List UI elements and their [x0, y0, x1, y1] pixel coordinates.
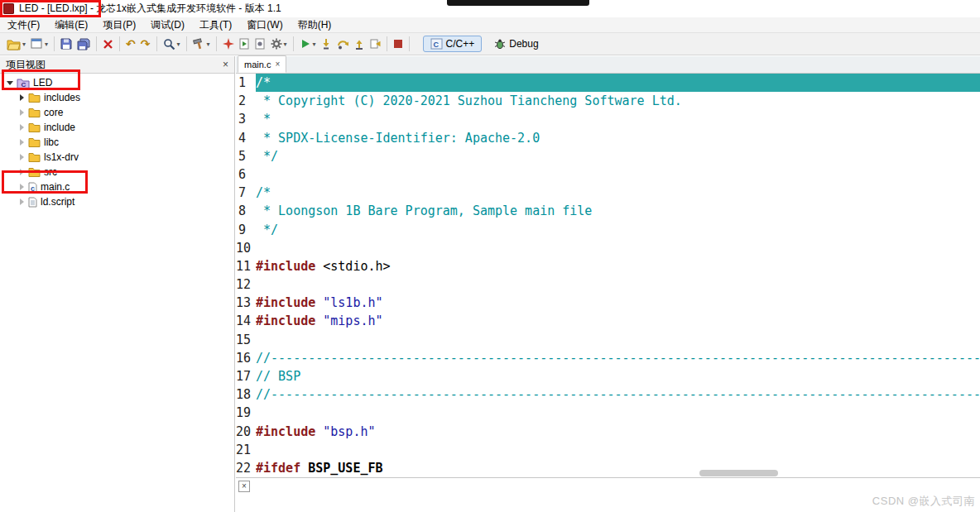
line-number: 21 [236, 441, 256, 459]
save-all-button[interactable] [74, 35, 93, 53]
code-text: #include <stdio.h> [256, 257, 980, 275]
tree-item-include[interactable]: include [0, 120, 234, 135]
code-line-14[interactable]: 14#include "mips.h" [236, 312, 980, 330]
tree-item-ld.script[interactable]: ld.script [0, 194, 234, 209]
menu-item-4[interactable]: 调试(D) [143, 17, 192, 32]
code-line-3[interactable]: 3 * [236, 110, 980, 128]
panel-close-button[interactable]: × [223, 59, 228, 70]
redo-button[interactable]: ↷ [138, 35, 153, 53]
tree-expand-arrow-icon[interactable] [17, 137, 26, 147]
tree-expand-arrow-icon[interactable] [17, 167, 26, 177]
undo-button[interactable]: ↶ [123, 35, 138, 53]
dropdown-arrow-icon[interactable]: ▾ [22, 41, 26, 48]
project-view-title: 项目视图 [6, 58, 46, 72]
code-line-11[interactable]: 11#include <stdio.h> [236, 257, 980, 275]
debug-flash-button[interactable] [220, 35, 237, 53]
line-number: 17 [236, 367, 256, 385]
dropdown-arrow-icon[interactable]: ▾ [284, 41, 287, 48]
bottom-panel-close-button[interactable]: × [238, 481, 250, 492]
toolbar-separator [216, 36, 217, 51]
tree-expand-arrow-icon[interactable] [5, 78, 15, 88]
tree-item-src[interactable]: src [0, 165, 234, 179]
toolbar-separator [186, 36, 187, 51]
svg-text:C: C [22, 81, 26, 89]
stop-button[interactable] [391, 35, 406, 53]
tree-expand-arrow-icon[interactable] [17, 182, 26, 192]
search-button[interactable]: ▾ [161, 35, 183, 53]
code-line-21[interactable]: 21 [236, 441, 980, 459]
menu-item-2[interactable]: 编辑(E) [47, 17, 95, 32]
code-line-15[interactable]: 15 [236, 331, 980, 349]
dropdown-arrow-icon[interactable]: ▾ [207, 41, 210, 48]
code-line-1[interactable]: 1/* [236, 74, 980, 92]
run-config-button[interactable] [237, 35, 252, 53]
build-button[interactable]: ▾ [190, 35, 213, 53]
open-button[interactable]: ▾ [4, 35, 28, 53]
perspective-cc-button[interactable]: CC/C++ [423, 36, 483, 52]
tab-main-c[interactable]: main.c × [238, 55, 286, 73]
step-into-button[interactable] [319, 35, 334, 53]
code-line-6[interactable]: 6 [236, 165, 980, 184]
save-button[interactable] [58, 35, 74, 53]
code-line-13[interactable]: 13#include "ls1b.h" [236, 294, 980, 312]
ide-window: LED - [LED.lxp] - 龙芯1x嵌入式集成开发环境软件 - 版本 1… [0, 0, 980, 512]
code-line-20[interactable]: 20#include "bsp.h" [236, 423, 980, 441]
code-line-17[interactable]: 17// BSP [236, 367, 980, 385]
run-button[interactable]: ▾ [297, 35, 319, 53]
code-line-18[interactable]: 18//------------------------------------… [236, 385, 980, 404]
code-line-22[interactable]: 22#ifdef BSP_USE_FB [236, 459, 980, 477]
code-line-7[interactable]: 7/* [236, 184, 980, 202]
code-line-2[interactable]: 2 * Copyright (C) 2020-2021 Suzhou Tianc… [236, 92, 980, 110]
code-line-9[interactable]: 9 */ [236, 221, 980, 239]
folder-open-icon [7, 38, 21, 50]
tree-item-includes[interactable]: includes [0, 90, 234, 105]
line-number: 20 [236, 423, 256, 441]
tree-item-LED[interactable]: CLED [0, 75, 234, 90]
code-line-19[interactable]: 19 [236, 404, 980, 422]
menu-item-6[interactable]: 窗口(W) [239, 17, 290, 32]
delete-button[interactable] [100, 35, 116, 53]
app-icon [3, 3, 14, 14]
tool-config-button[interactable] [252, 35, 268, 53]
editor-tab-bar: main.c × [236, 56, 980, 74]
tree-expand-arrow-icon[interactable] [17, 122, 26, 132]
perspective-debug-button[interactable]: Debug [487, 36, 545, 52]
step-return-button[interactable] [352, 35, 368, 53]
tree-item-ls1x-drv[interactable]: ls1x-drv [0, 150, 234, 165]
tree-expand-arrow-icon[interactable] [17, 152, 26, 162]
tree-item-label: ld.script [41, 194, 74, 209]
code-line-5[interactable]: 5 */ [236, 147, 980, 165]
tree-item-libc[interactable]: libc [0, 135, 234, 150]
menu-item-5[interactable]: 工具(T) [192, 17, 239, 32]
code-text [256, 331, 980, 349]
horizontal-scrollbar-thumb[interactable] [699, 470, 778, 476]
code-line-12[interactable]: 12 [236, 275, 980, 294]
tree-expand-arrow-icon[interactable] [17, 197, 26, 207]
menu-item-1[interactable]: 文件(F) [0, 17, 47, 32]
code-text [256, 275, 980, 294]
tree-item-core[interactable]: core [0, 105, 234, 120]
dropdown-arrow-icon[interactable]: ▾ [177, 41, 180, 48]
line-number: 12 [236, 275, 256, 294]
tree-expand-arrow-icon[interactable] [17, 93, 26, 103]
code-line-10[interactable]: 10 [236, 239, 980, 257]
step-over-button[interactable] [334, 35, 352, 53]
line-number: 2 [236, 92, 256, 110]
dropdown-arrow-icon[interactable]: ▾ [45, 41, 48, 48]
instruction-step-button[interactable] [368, 35, 383, 53]
tree-item-main.c[interactable]: cmain.c [0, 179, 234, 194]
code-line-16[interactable]: 16//------------------------------------… [236, 349, 980, 367]
code-line-8[interactable]: 8 * Loongson 1B Bare Program, Sample mai… [236, 202, 980, 220]
code-text: */ [256, 221, 980, 239]
line-number: 9 [236, 221, 256, 239]
menu-item-3[interactable]: 项目(P) [95, 17, 143, 32]
toolbar-separator [119, 36, 120, 51]
new-button[interactable]: ▾ [28, 35, 50, 53]
external-tools-button[interactable]: ▾ [268, 35, 290, 53]
tree-expand-arrow-icon[interactable] [17, 108, 26, 117]
tab-close-icon[interactable]: × [275, 60, 280, 69]
code-line-4[interactable]: 4 * SPDX-License-Identifier: Apache-2.0 [236, 129, 980, 147]
menu-item-7[interactable]: 帮助(H) [291, 17, 339, 32]
dropdown-arrow-icon[interactable]: ▾ [313, 41, 316, 48]
code-editor[interactable]: 1/*2 * Copyright (C) 2020-2021 Suzhou Ti… [236, 74, 980, 477]
